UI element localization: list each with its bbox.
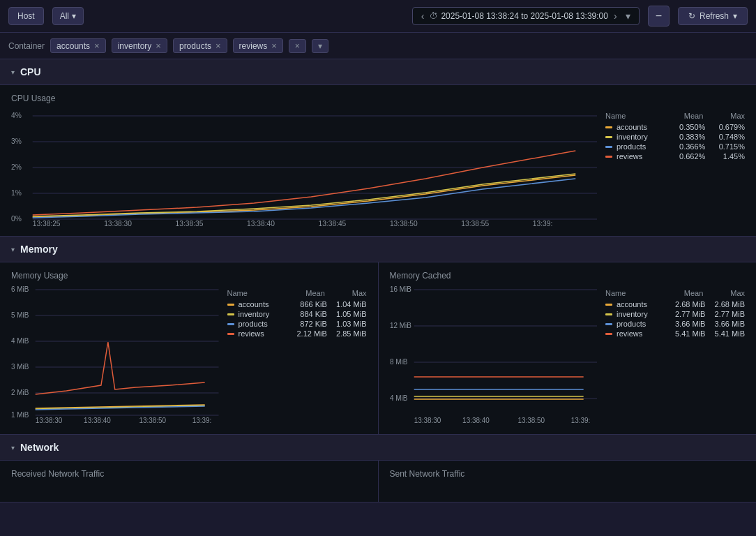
mu-legend-row-accounts: accounts 866 KiB 1.04 MiB <box>227 300 367 308</box>
memory-cached-title: Memory Cached <box>390 271 746 281</box>
cpu-products-mean: 0.366% <box>663 142 705 151</box>
mu-legend-name-header: Name <box>227 289 280 297</box>
mu-accounts-mean: 866 KiB <box>285 300 327 308</box>
filter-tag-accounts: accounts × <box>50 38 106 53</box>
mc-reviews-name: reviews <box>617 329 663 338</box>
cpu-legend-row-reviews: reviews 0.662% 1.45% <box>605 152 745 161</box>
mc-legend-max-header: Max <box>703 289 745 297</box>
cpu-accounts-name: accounts <box>617 123 663 131</box>
mu-accounts-max: 1.04 MiB <box>327 300 367 308</box>
svg-text:13:39:: 13:39: <box>570 417 590 424</box>
filter-more-button[interactable]: × <box>289 39 306 53</box>
svg-text:6 MiB: 6 MiB <box>11 286 29 293</box>
mc-reviews-max: 5.41 MiB <box>705 329 745 338</box>
cpu-legend-name-header: Name <box>605 112 658 120</box>
cpu-inventory-name: inventory <box>617 133 663 141</box>
svg-text:13:38:25: 13:38:25 <box>33 220 61 228</box>
mc-products-dot <box>605 323 612 325</box>
cpu-section: CPU CPU Usage 4% 3% 2% 1% 0% <box>0 59 756 237</box>
all-button[interactable]: All ▾ <box>52 7 84 25</box>
cpu-accounts-color <box>605 126 612 128</box>
mc-legend-mean-header: Mean <box>658 289 704 297</box>
mu-products-name: products <box>239 320 285 328</box>
time-dropdown-button[interactable]: ▾ <box>623 10 633 22</box>
network-section: Network Received Network Traffic Sent Ne… <box>0 435 756 502</box>
memory-section-header[interactable]: Memory <box>0 237 756 262</box>
next-time-button[interactable]: › <box>611 10 620 22</box>
filter-tag-inventory: inventory × <box>112 38 167 53</box>
remove-accounts-button[interactable]: × <box>94 40 100 51</box>
remove-inventory-button[interactable]: × <box>156 40 161 51</box>
cpu-legend-max-header: Max <box>703 112 745 120</box>
network-sent-title: Sent Network Traffic <box>390 469 746 479</box>
filter-bar: Container accounts × inventory × product… <box>0 33 756 59</box>
mu-reviews-name: reviews <box>239 329 285 338</box>
svg-text:13:38:45: 13:38:45 <box>318 220 346 228</box>
cpu-chart-svg-wrap: 4% 3% 2% 1% 0% 13:38:25 13:38:30 13:38:3… <box>11 109 597 228</box>
remove-products-button[interactable]: × <box>216 40 221 51</box>
mu-legend-row-reviews: reviews 2.12 MiB 2.85 MiB <box>227 329 367 338</box>
svg-text:13:38:40: 13:38:40 <box>462 417 490 424</box>
prev-time-button[interactable]: ‹ <box>418 10 428 22</box>
clock-icon: ⏱ <box>430 11 438 21</box>
cpu-usage-title: CPU Usage <box>11 94 745 103</box>
all-label: All <box>60 11 69 21</box>
mc-inventory-name: inventory <box>617 310 663 318</box>
svg-text:2 MiB: 2 MiB <box>11 389 29 396</box>
network-chevron-icon <box>11 444 15 452</box>
memory-cached-chart: 16 MiB 12 MiB 8 MiB 4 MiB 13:38:30 13:38… <box>390 286 598 426</box>
cpu-section-title: CPU <box>20 66 41 77</box>
filter-tag-reviews-text: reviews <box>239 41 268 51</box>
cpu-legend-mean-header: Mean <box>658 112 704 120</box>
container-label: Container <box>8 41 45 51</box>
refresh-chevron-icon: ▾ <box>733 11 737 21</box>
cpu-products-max: 0.715% <box>705 142 745 151</box>
filter-expand-button[interactable]: ▾ <box>312 39 328 53</box>
svg-text:13:38:40: 13:38:40 <box>84 417 111 424</box>
cpu-legend-row-accounts: accounts 0.350% 0.679% <box>605 123 745 131</box>
memory-section-title: Memory <box>20 244 58 255</box>
memory-usage-svg-wrap: 6 MiB 5 MiB 4 MiB 3 MiB 2 MiB 1 MiB 13:3… <box>11 286 219 426</box>
network-charts-row: Received Network Traffic Sent Network Tr… <box>0 461 756 502</box>
mc-accounts-name: accounts <box>617 300 663 308</box>
remove-reviews-button[interactable]: × <box>271 40 277 51</box>
network-received-panel: Received Network Traffic <box>0 461 379 502</box>
refresh-icon: ↻ <box>688 11 695 21</box>
cpu-chevron-icon <box>11 68 15 76</box>
cpu-chart: 4% 3% 2% 1% 0% 13:38:25 13:38:30 13:38:3… <box>11 109 597 228</box>
svg-text:1 MiB: 1 MiB <box>11 411 29 419</box>
host-button[interactable]: Host <box>8 7 44 25</box>
cpu-legend-row-inventory: inventory 0.383% 0.748% <box>605 133 745 141</box>
svg-text:13:38:35: 13:38:35 <box>176 220 204 228</box>
svg-text:13:38:50: 13:38:50 <box>517 417 545 424</box>
svg-text:13:38:30: 13:38:30 <box>414 417 441 424</box>
svg-text:13:38:30: 13:38:30 <box>36 417 63 424</box>
cpu-accounts-mean: 0.350% <box>663 123 705 131</box>
refresh-label: Refresh <box>700 11 729 21</box>
mc-accounts-dot <box>605 304 612 306</box>
mu-reviews-max: 2.85 MiB <box>327 329 367 338</box>
mu-accounts-dot <box>227 304 234 306</box>
svg-text:0%: 0% <box>11 215 22 223</box>
network-section-title: Network <box>20 442 59 453</box>
mu-inventory-max: 1.05 MiB <box>327 310 367 318</box>
all-chevron-icon: ▾ <box>72 11 76 21</box>
cpu-products-color <box>605 146 612 148</box>
refresh-button[interactable]: ↻ Refresh ▾ <box>678 7 748 25</box>
filter-tag-products: products × <box>173 38 227 53</box>
svg-text:4 MiB: 4 MiB <box>390 394 408 402</box>
mc-accounts-max: 2.68 MiB <box>705 300 745 308</box>
cpu-legend-table: Name Mean Max accounts 0.350% 0.679% <box>605 112 745 161</box>
filter-tag-products-text: products <box>179 41 211 51</box>
cpu-legend-header: Name Mean Max <box>605 112 745 120</box>
mu-accounts-name: accounts <box>239 300 285 308</box>
filter-tag-accounts-text: accounts <box>56 41 90 51</box>
mu-legend-row-products: products 872 KiB 1.03 MiB <box>227 320 367 328</box>
svg-text:3 MiB: 3 MiB <box>11 363 29 371</box>
memory-chevron-icon <box>11 246 15 253</box>
cpu-inventory-max: 0.748% <box>705 133 745 141</box>
network-received-title: Received Network Traffic <box>11 469 367 479</box>
network-section-header[interactable]: Network <box>0 435 756 461</box>
cpu-section-header[interactable]: CPU <box>0 59 756 85</box>
zoom-out-button[interactable]: − <box>648 6 670 27</box>
